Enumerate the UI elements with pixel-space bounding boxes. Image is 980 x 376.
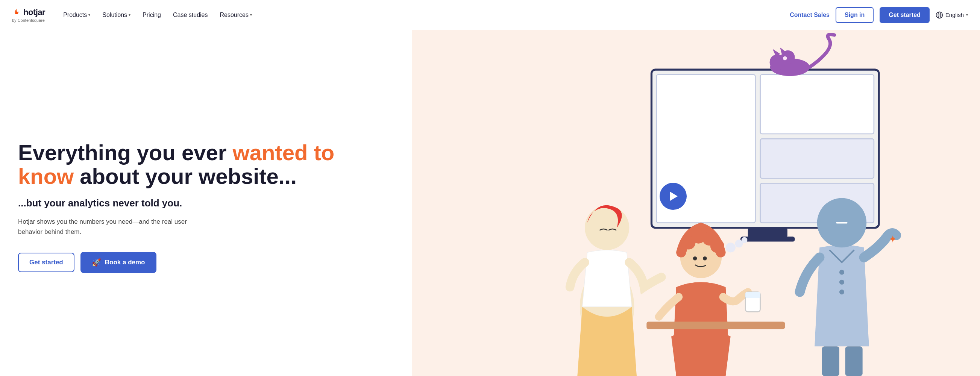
hero-heading: Everything you ever wanted to know about… [18, 141, 389, 189]
svg-rect-40 [646, 322, 785, 329]
hero-illustration-area: ✦ [412, 30, 980, 376]
nav-products[interactable]: Products ▾ [63, 12, 90, 18]
nav-resources[interactable]: Resources ▾ [220, 12, 252, 18]
logo-subtitle: by Contentsquare [12, 18, 45, 22]
globe-icon [935, 11, 943, 19]
resources-chevron-icon: ▾ [250, 13, 252, 17]
svg-point-15 [783, 56, 787, 61]
hero-content: Everything you ever wanted to know about… [0, 30, 412, 376]
nav-actions: Contact Sales Sign in Get started Englis… [790, 7, 968, 23]
svg-rect-10 [748, 228, 787, 237]
svg-point-19 [585, 206, 629, 250]
contact-sales-link[interactable]: Contact Sales [790, 12, 830, 18]
hero-heading-part2: about your website... [74, 164, 297, 188]
hero-illustration: ✦ [412, 30, 980, 376]
language-chevron-icon: ▾ [966, 13, 968, 17]
hero-book-demo-button[interactable]: 🚀 Book a demo [81, 252, 156, 273]
rocket-icon: 🚀 [92, 258, 101, 267]
svg-point-36 [839, 290, 844, 295]
svg-rect-7 [760, 75, 873, 134]
language-label: English [945, 12, 964, 18]
hero-section: Everything you ever wanted to know about… [0, 30, 980, 376]
navbar: hotjar by Contentsquare Products ▾ Solut… [0, 0, 980, 30]
svg-text:✦: ✦ [889, 234, 897, 245]
products-chevron-icon: ▾ [88, 13, 90, 17]
svg-point-26 [703, 257, 707, 261]
hero-get-started-button[interactable]: Get started [18, 253, 75, 272]
svg-rect-38 [845, 346, 862, 376]
svg-point-29 [741, 237, 747, 243]
play-button[interactable] [660, 183, 687, 210]
hotjar-flame-icon [12, 8, 21, 17]
nav-solutions[interactable]: Solutions ▾ [102, 12, 130, 18]
solutions-chevron-icon: ▾ [129, 13, 130, 17]
get-started-nav-button[interactable]: Get started [880, 7, 929, 23]
hero-description: Hotjar shows you the numbers you need—an… [18, 217, 206, 237]
svg-rect-31 [745, 292, 760, 298]
nav-links: Products ▾ Solutions ▾ Pricing Case stud… [63, 12, 790, 18]
play-triangle-icon [670, 192, 678, 201]
hero-heading-part1: Everything you ever [18, 140, 233, 165]
svg-rect-8 [760, 139, 873, 178]
nav-case-studies[interactable]: Case studies [173, 12, 208, 18]
svg-point-34 [839, 269, 844, 274]
svg-rect-11 [740, 236, 795, 241]
logo-text: hotjar [23, 8, 45, 17]
svg-point-27 [725, 242, 735, 252]
logo[interactable]: hotjar by Contentsquare [12, 8, 45, 22]
svg-point-24 [710, 239, 724, 253]
nav-pricing[interactable]: Pricing [143, 12, 161, 18]
svg-point-1 [938, 12, 940, 18]
svg-rect-37 [822, 346, 839, 376]
svg-point-0 [936, 12, 942, 18]
hero-subheading: ...but your analytics never told you. [18, 198, 389, 209]
language-selector[interactable]: English ▾ [935, 11, 968, 19]
svg-point-25 [693, 257, 697, 261]
hero-buttons: Get started 🚀 Book a demo [18, 252, 389, 273]
signin-button[interactable]: Sign in [835, 7, 873, 23]
svg-point-35 [839, 280, 844, 285]
